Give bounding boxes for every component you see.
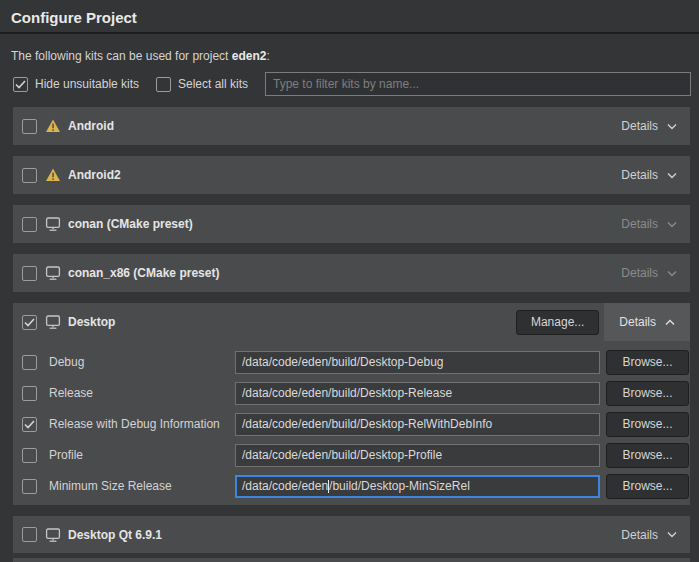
config-debug-browse-button[interactable]: Browse...: [606, 350, 689, 375]
build-config-row-minsizerel: Minimum Size Release /data/code/eden/bui…: [22, 473, 687, 499]
config-profile-path-input[interactable]: [235, 444, 600, 467]
desktop-icon: [45, 527, 61, 543]
details-toggle-conan[interactable]: Details: [608, 205, 690, 243]
config-relwithdebinfo-path-input[interactable]: [235, 413, 600, 436]
config-release-browse-button[interactable]: Browse...: [606, 381, 689, 406]
warning-icon: [45, 118, 61, 134]
config-relwithdebinfo-label: Release with Debug Information: [49, 417, 220, 431]
hide-unsuitable-kits-label: Hide unsuitable kits: [35, 77, 139, 91]
manage-kits-button[interactable]: Manage...: [516, 310, 599, 335]
desktop-icon: [45, 265, 61, 281]
kits-intro-text: The following kits can be used for proje…: [11, 49, 270, 63]
config-minsizerel-label: Minimum Size Release: [49, 479, 172, 493]
build-config-row-relwithdebinfo: Release with Debug Information Browse...: [22, 411, 687, 437]
config-debug-label: Debug: [49, 355, 84, 369]
kit-row-conan-x86: conan_x86 (CMake preset) Details: [13, 254, 690, 292]
kit-row-android: Android Details: [13, 107, 690, 145]
kit-filter-input[interactable]: [265, 72, 691, 96]
desktop-icon: [45, 216, 61, 232]
config-debug-checkbox[interactable]: [22, 355, 37, 370]
details-toggle-conan-x86[interactable]: Details: [608, 254, 690, 292]
details-toggle-desktop[interactable]: Details: [604, 303, 690, 341]
config-relwithdebinfo-checkbox[interactable]: [22, 417, 37, 432]
kit-name: Android2: [68, 168, 121, 182]
select-all-kits-option: Select all kits: [156, 75, 248, 93]
config-release-path-input[interactable]: [235, 382, 600, 405]
config-minsizerel-browse-button[interactable]: Browse...: [606, 474, 689, 499]
details-toggle-android2[interactable]: Details: [608, 156, 690, 194]
chevron-down-icon: [667, 270, 677, 277]
title-separator: [0, 32, 699, 34]
kit-android-checkbox[interactable]: [22, 119, 37, 134]
next-kit-row-partial: [13, 558, 690, 562]
kit-desktop-qt-checkbox[interactable]: [22, 527, 37, 542]
kit-name: conan_x86 (CMake preset): [68, 266, 219, 280]
hide-unsuitable-kits-option: Hide unsuitable kits: [13, 75, 139, 93]
kit-conan-x86-checkbox[interactable]: [22, 266, 37, 281]
chevron-down-icon: [667, 172, 677, 179]
kit-name: Android: [68, 119, 114, 133]
kit-panel-desktop: Desktop Manage... Details Debug Browse..…: [13, 303, 690, 505]
chevron-down-icon: [667, 123, 677, 130]
kit-row-conan: conan (CMake preset) Details: [13, 205, 690, 243]
warning-icon: [45, 167, 61, 183]
build-config-row-debug: Debug Browse...: [22, 349, 687, 375]
desktop-icon: [45, 314, 61, 330]
kit-name: Desktop Qt 6.9.1: [68, 528, 162, 542]
project-name: eden2: [232, 49, 267, 63]
chevron-down-icon: [667, 531, 677, 538]
configure-project-page: Configure Project The following kits can…: [0, 0, 699, 562]
config-release-checkbox[interactable]: [22, 386, 37, 401]
build-config-row-profile: Profile Browse...: [22, 442, 687, 468]
kit-conan-checkbox[interactable]: [22, 217, 37, 232]
config-release-label: Release: [49, 386, 93, 400]
select-all-kits-label: Select all kits: [178, 77, 248, 91]
kit-desktop-checkbox[interactable]: [22, 315, 37, 330]
select-all-kits-checkbox[interactable]: [156, 77, 171, 92]
config-relwithdebinfo-browse-button[interactable]: Browse...: [606, 412, 689, 437]
page-title: Configure Project: [11, 9, 137, 26]
details-toggle-android[interactable]: Details: [608, 107, 690, 145]
config-profile-browse-button[interactable]: Browse...: [606, 443, 689, 468]
config-minsizerel-path-input[interactable]: /data/code/eden/build/Desktop-MinSizeRel: [235, 475, 600, 498]
chevron-up-icon: [665, 319, 675, 326]
details-toggle-desktop-qt[interactable]: Details: [608, 516, 690, 553]
kit-name: Desktop: [68, 315, 115, 329]
kit-android2-checkbox[interactable]: [22, 168, 37, 183]
config-profile-checkbox[interactable]: [22, 448, 37, 463]
config-minsizerel-checkbox[interactable]: [22, 479, 37, 494]
config-debug-path-input[interactable]: [235, 351, 600, 374]
kit-row-android2: Android2 Details: [13, 156, 690, 194]
config-profile-label: Profile: [49, 448, 83, 462]
kit-row-desktop-qt: Desktop Qt 6.9.1 Details: [13, 516, 690, 553]
kit-name: conan (CMake preset): [68, 217, 193, 231]
hide-unsuitable-kits-checkbox[interactable]: [13, 77, 28, 92]
chevron-down-icon: [667, 221, 677, 228]
build-config-row-release: Release Browse...: [22, 380, 687, 406]
